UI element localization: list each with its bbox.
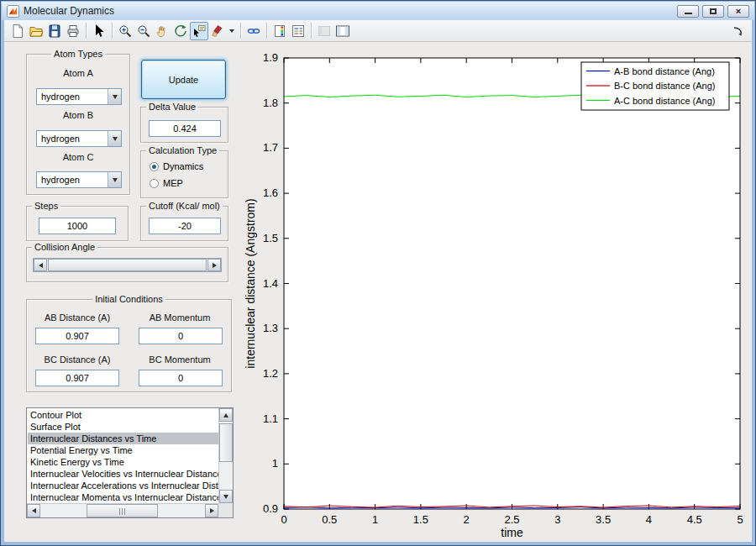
new-file-icon[interactable] <box>8 22 27 40</box>
chevron-down-icon[interactable] <box>108 172 121 187</box>
atom-types-panel: Atom Types Atom A hydrogen Atom B hydrog… <box>26 54 130 195</box>
radio-icon[interactable] <box>150 179 159 188</box>
x-tick-label: 3 <box>554 513 560 526</box>
bc-momentum-field[interactable] <box>139 370 223 386</box>
list-item[interactable]: Kinetic Energy vs Time <box>28 456 218 468</box>
radio-dynamics-label: Dynamics <box>163 161 203 171</box>
brush-dropdown-icon[interactable] <box>227 22 237 40</box>
x-tick-label: 0.5 <box>322 513 337 526</box>
toolbar-separator <box>266 23 267 39</box>
edit-plot-cursor-icon[interactable] <box>90 22 108 40</box>
toolbar-separator <box>86 23 87 39</box>
ab-distance-field[interactable] <box>35 328 119 344</box>
atom-b-select[interactable]: hydrogen <box>36 130 122 147</box>
plot-area[interactable] <box>284 58 740 509</box>
vertical-scrollbar[interactable] <box>218 408 233 503</box>
calculation-type-title: Calculation Type <box>146 145 219 155</box>
x-tick-label: 2 <box>464 513 470 526</box>
y-tick-label: 1.6 <box>263 186 278 199</box>
chevron-down-icon[interactable] <box>108 89 121 104</box>
list-item[interactable]: Internuclear Momenta vs Internuclear Dis… <box>28 491 218 503</box>
y-tick-label: 1.4 <box>263 277 278 290</box>
zoom-out-icon[interactable] <box>134 22 153 40</box>
matlab-app-icon <box>7 5 19 18</box>
y-tick-label: 1.8 <box>263 97 278 109</box>
print-figure-icon[interactable] <box>64 22 82 40</box>
show-plot-tools-icon[interactable] <box>333 22 352 40</box>
scroll-up-arrow[interactable] <box>219 408 233 422</box>
x-axis-label: time <box>501 526 523 539</box>
list-item[interactable]: Internuclear Velocities vs Internuclear … <box>28 468 218 480</box>
scrollbar-thumb[interactable] <box>219 423 233 462</box>
list-item[interactable]: Potential Energy vs Time <box>28 444 218 456</box>
scroll-right-arrow[interactable] <box>205 504 218 517</box>
atom-c-select[interactable]: hydrogen <box>36 171 122 188</box>
link-plots-icon[interactable] <box>244 22 263 40</box>
restore-button[interactable] <box>702 5 724 18</box>
figure-canvas: Atom Types Atom A hydrogen Atom B hydrog… <box>4 42 752 542</box>
chevron-down-icon[interactable] <box>108 131 121 146</box>
atom-a-select[interactable]: hydrogen <box>36 88 122 105</box>
plot-canvas[interactable]: 00.511.522.533.544.550.911.11.21.31.41.5… <box>243 45 752 542</box>
radio-icon[interactable] <box>150 162 159 171</box>
list-item[interactable]: Internuclear Accelerations vs Internucle… <box>28 480 218 491</box>
plot-type-listbox[interactable]: Contour PlotSurface PlotInternuclear Dis… <box>26 407 234 518</box>
titlebar: Molecular Dynamics × <box>2 2 754 20</box>
legend-entry: B-C bond distance (Ang) <box>614 81 715 91</box>
y-tick-label: 1.1 <box>263 412 278 425</box>
cutoff-field[interactable] <box>149 218 221 234</box>
rotate-3d-icon[interactable] <box>171 22 190 40</box>
scroll-down-arrow[interactable] <box>219 490 233 503</box>
save-figure-icon[interactable] <box>45 22 64 40</box>
horizontal-scrollbar[interactable] <box>27 503 218 517</box>
collision-angle-title: Collision Angle <box>32 242 97 252</box>
insert-colorbar-icon[interactable] <box>270 22 289 40</box>
close-button[interactable]: × <box>727 5 749 18</box>
toolbar-separator <box>311 23 312 39</box>
delta-value-field[interactable] <box>149 120 221 137</box>
brush-icon[interactable] <box>208 22 227 40</box>
data-cursor-icon[interactable] <box>190 22 208 40</box>
y-tick-label: 1.3 <box>263 322 278 334</box>
list-item[interactable]: Surface Plot <box>28 421 218 433</box>
radio-option-mep[interactable]: MEP <box>150 177 183 189</box>
slider-thumb[interactable] <box>48 259 207 271</box>
slider-track[interactable] <box>47 259 207 271</box>
list-item[interactable]: Contour Plot <box>28 409 218 421</box>
bc-distance-label: BC Distance (A) <box>30 354 124 365</box>
toolbar-separator <box>240 23 241 39</box>
cutoff-title: Cutoff (Kcal/ mol) <box>146 201 223 211</box>
listbox-items: Contour PlotSurface PlotInternuclear Dis… <box>28 409 218 503</box>
collision-angle-panel: Collision Angle <box>26 247 228 282</box>
ab-momentum-label: AB Momentum <box>133 312 227 323</box>
y-tick-label: 1.2 <box>263 367 278 380</box>
atom-types-title: Atom Types <box>51 49 105 59</box>
zoom-in-icon[interactable] <box>116 22 134 40</box>
atom-b-label: Atom B <box>27 110 129 120</box>
x-tick-label: 1 <box>372 513 378 526</box>
dock-figure-icon[interactable] <box>729 22 748 40</box>
list-item[interactable]: Internuclear Distances vs Time <box>28 433 218 444</box>
open-file-icon[interactable] <box>27 22 45 40</box>
radio-option-dynamics[interactable]: Dynamics <box>150 160 203 172</box>
insert-legend-icon[interactable] <box>289 22 307 40</box>
scrollbar-track[interactable] <box>40 504 205 517</box>
minimize-button[interactable] <box>677 5 699 18</box>
x-tick-label: 0 <box>281 513 286 526</box>
steps-field[interactable] <box>39 218 116 234</box>
pan-icon[interactable] <box>153 22 171 40</box>
cutoff-panel: Cutoff (Kcal/ mol) <box>140 206 228 241</box>
scrollbar-thumb[interactable] <box>87 504 158 517</box>
slider-left-arrow[interactable] <box>34 259 47 271</box>
minimize-icon <box>685 13 692 14</box>
bc-distance-field[interactable] <box>35 370 119 386</box>
slider-right-arrow[interactable] <box>207 259 221 271</box>
scrollbar-track[interactable] <box>219 422 233 490</box>
steps-panel: Steps <box>26 206 129 241</box>
update-button[interactable]: Update <box>141 60 226 99</box>
scroll-left-arrow[interactable] <box>27 504 40 517</box>
bc-momentum-label: BC Momentum <box>133 354 227 365</box>
collision-angle-slider[interactable] <box>33 258 222 272</box>
ab-momentum-field[interactable] <box>139 328 223 344</box>
atom-c-label: Atom C <box>27 152 129 162</box>
